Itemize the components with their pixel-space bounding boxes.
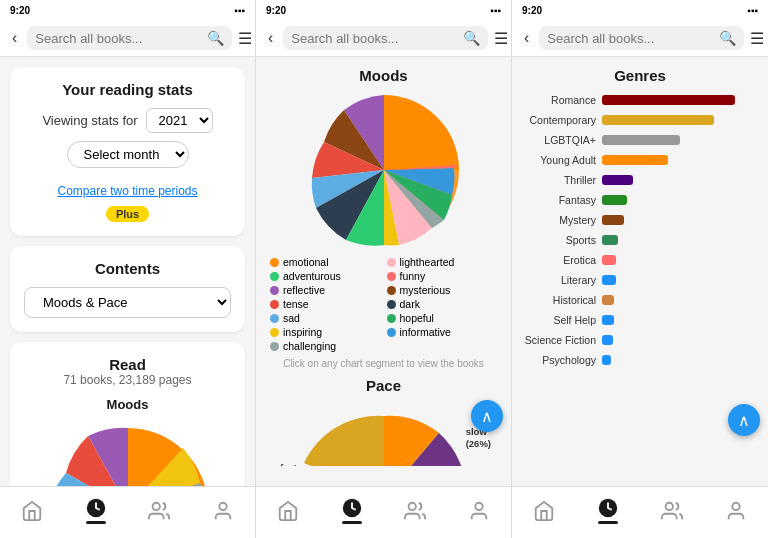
genre-row[interactable]: Historical [522,294,758,306]
genre-row[interactable]: Science Fiction [522,334,758,346]
read-subtitle: 71 books, 23,189 pages [24,373,231,387]
genre-row[interactable]: Thriller [522,174,758,186]
genre-row[interactable]: LGBTQIA+ [522,134,758,146]
bottom-nav-3 [512,486,768,538]
nav-stats-3[interactable] [597,497,619,524]
nav-profile-3[interactable] [725,500,747,522]
nav-profile-2[interactable] [468,500,490,522]
genre-label: Erotica [522,254,602,266]
genre-bar-container [602,215,758,225]
menu-icon-3[interactable]: ☰ [750,29,764,48]
legend-dot-funny [387,272,396,281]
bottom-nav-1 [0,486,255,538]
legend-mysterious: mysterious [387,284,498,296]
genre-bar [602,95,735,105]
back-button-1[interactable]: ‹ [8,27,21,49]
search-box-2[interactable]: 🔍 [283,26,488,50]
genre-bar-container [602,195,758,205]
chart-hint: Click on any chart segment to view the b… [266,358,501,369]
genre-row[interactable]: Literary [522,274,758,286]
genre-bar [602,155,668,165]
genre-row[interactable]: Young Adult [522,154,758,166]
genre-bar-container [602,355,758,365]
genre-row[interactable]: Romance [522,94,758,106]
genre-row[interactable]: Fantasy [522,194,758,206]
top-bar-3: ‹ 🔍 ☰ [512,20,768,57]
scroll-up-fab-3[interactable]: ∧ [728,404,760,436]
search-input-2[interactable] [291,31,459,46]
genre-label: Psychology [522,354,602,366]
genre-row[interactable]: Self Help [522,314,758,326]
nav-home-3[interactable] [533,500,555,522]
contents-card: Contents Moods & Pace [10,246,245,332]
genre-bar-container [602,135,758,145]
legend-label-mysterious: mysterious [400,284,451,296]
svg-point-5 [475,502,482,509]
genre-row[interactable]: Contemporary [522,114,758,126]
panel-reading-stats: 9:20 ▪▪▪ ‹ 🔍 ☰ Your reading stats Viewin… [0,0,256,538]
legend-label-reflective: reflective [283,284,325,296]
legend-dot-lighthearted [387,258,396,267]
scroll-up-fab-2[interactable]: ∧ [471,400,503,432]
nav-community-3[interactable] [661,500,683,522]
nav-home-2[interactable] [277,500,299,522]
menu-icon-1[interactable]: ☰ [238,29,252,48]
svg-point-2 [219,502,226,509]
nav-community-2[interactable] [404,500,426,522]
nav-stats-1[interactable] [85,497,107,524]
panel1-scroll: Your reading stats Viewing stats for 202… [0,57,255,486]
legend-reflective: reflective [270,284,381,296]
genre-row[interactable]: Mystery [522,214,758,226]
nav-profile-1[interactable] [212,500,234,522]
compare-link[interactable]: Compare two time periods [24,184,231,198]
search-box-1[interactable]: 🔍 [27,26,232,50]
genre-bar [602,335,613,345]
genre-label: Young Adult [522,154,602,166]
search-input-1[interactable] [35,31,203,46]
back-button-3[interactable]: ‹ [520,27,533,49]
pace-title: Pace [266,377,501,394]
genre-label: Romance [522,94,602,106]
top-bar-2: ‹ 🔍 ☰ [256,20,511,57]
contents-select[interactable]: Moods & Pace [24,287,231,318]
genre-row[interactable]: Erotica [522,254,758,266]
genre-bar [602,215,624,225]
genre-bar-container [602,295,758,305]
nav-community-1[interactable] [148,500,170,522]
genre-label: LGBTQIA+ [522,134,602,146]
search-icon-3[interactable]: 🔍 [719,30,736,46]
contents-title: Contents [24,260,231,277]
back-button-2[interactable]: ‹ [264,27,277,49]
pace-chart[interactable]: fast(39%) slow(26%) [266,398,501,466]
search-icon-1[interactable]: 🔍 [207,30,224,46]
genre-bar-container [602,335,758,345]
genre-label: Fantasy [522,194,602,206]
year-select[interactable]: 2021 2020 2019 [146,108,213,133]
legend-dot-informative [387,328,396,337]
genre-row[interactable]: Psychology [522,354,758,366]
panel-moods: 9:20 ▪▪▪ ‹ 🔍 ☰ Moods [256,0,512,538]
panel-genres: 9:20 ▪▪▪ ‹ 🔍 ☰ Genres Romance Contempora… [512,0,768,538]
search-input-3[interactable] [547,31,715,46]
svg-point-4 [409,502,416,509]
month-select[interactable]: Select month [67,141,189,168]
moods-pie-chart[interactable] [266,90,501,250]
menu-icon-2[interactable]: ☰ [494,29,508,48]
plus-badge: Plus [106,206,149,222]
genre-label: Contemporary [522,114,602,126]
legend-dot-emotional [270,258,279,267]
legend-dot-reflective [270,286,279,295]
nav-home-1[interactable] [21,500,43,522]
legend-hopeful: hopeful [387,312,498,324]
search-icon-2[interactable]: 🔍 [463,30,480,46]
moods-chart-title: Moods [266,67,501,84]
nav-stats-2[interactable] [341,497,363,524]
svg-point-1 [153,502,160,509]
status-bar-3: 9:20 ▪▪▪ [512,0,768,20]
genre-row[interactable]: Sports [522,234,758,246]
search-box-3[interactable]: 🔍 [539,26,744,50]
genre-bar [602,255,616,265]
genre-bar-container [602,315,758,325]
stats-card: Your reading stats Viewing stats for 202… [10,67,245,236]
legend-sad: sad [270,312,381,324]
